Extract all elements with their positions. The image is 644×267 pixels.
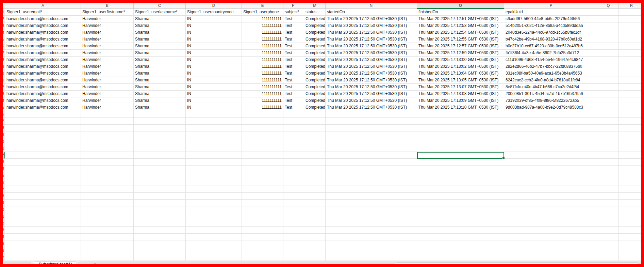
cell-C12[interactable]: Sharma xyxy=(134,84,186,91)
column-header-R[interactable]: R xyxy=(619,3,644,9)
cell-R20[interactable] xyxy=(619,138,644,145)
cell-O1[interactable]: finishedOn xyxy=(417,9,504,16)
row-header-8[interactable]: 8 xyxy=(0,57,5,63)
cell-C4[interactable]: Sharma xyxy=(134,29,186,36)
cell-B22[interactable] xyxy=(81,152,134,159)
row-header-6[interactable]: 6 xyxy=(0,43,5,50)
cell-E5[interactable]: 1111111111 xyxy=(242,36,283,43)
cell-E11[interactable]: 1111111111 xyxy=(242,77,283,84)
cell-A14[interactable]: harwinder.sharma@msbdocs.com xyxy=(5,97,81,104)
cell-B15[interactable]: Harwinder xyxy=(81,104,134,111)
cell-C13[interactable]: Sharma xyxy=(134,91,186,97)
cell-A36[interactable] xyxy=(5,247,81,254)
row-header-1[interactable]: 1 xyxy=(0,9,5,16)
cell-P35[interactable] xyxy=(504,240,598,247)
cell-E2[interactable]: 1111111111 xyxy=(242,16,283,22)
cell-A9[interactable]: harwinder.sharma@msbdocs.com xyxy=(5,63,81,70)
cell-P22[interactable] xyxy=(504,152,598,159)
cell-M33[interactable] xyxy=(304,227,326,234)
cell-P30[interactable] xyxy=(504,206,598,213)
cell-Q34[interactable] xyxy=(598,234,619,240)
cell-N9[interactable]: Thu Mar 20 2025 17:12:50 GMT+0530 (IST) xyxy=(326,63,417,70)
cell-E30[interactable] xyxy=(242,206,283,213)
cell-C28[interactable] xyxy=(134,193,186,200)
row-header-26[interactable]: 26 xyxy=(0,179,5,186)
cell-D21[interactable] xyxy=(186,145,242,152)
cell-F13[interactable]: Test xyxy=(283,91,303,97)
cell-C26[interactable] xyxy=(134,179,186,186)
row-header-24[interactable]: 24 xyxy=(0,166,5,172)
cell-B17[interactable] xyxy=(81,118,134,125)
row-header-28[interactable]: 28 xyxy=(0,193,5,200)
cell-N7[interactable]: Thu Mar 20 2025 17:12:50 GMT+0530 (IST) xyxy=(326,50,417,57)
cell-O14[interactable]: Thu Mar 20 2025 17:13:09 GMT+0530 (IST) xyxy=(417,97,504,104)
cell-M23[interactable] xyxy=(304,159,326,166)
cell-O27[interactable] xyxy=(417,186,504,193)
cell-M19[interactable] xyxy=(304,131,326,138)
row-header-11[interactable]: 11 xyxy=(0,77,5,84)
cell-R26[interactable] xyxy=(619,179,644,186)
row-header-4[interactable]: 4 xyxy=(0,29,5,36)
cell-O7[interactable]: Thu Mar 20 2025 17:12:59 GMT+0530 (IST) xyxy=(417,50,504,57)
cell-O34[interactable] xyxy=(417,234,504,240)
cell-N11[interactable]: Thu Mar 20 2025 17:12:50 GMT+0530 (IST) xyxy=(326,77,417,84)
cell-O4[interactable]: Thu Mar 20 2025 17:12:54 GMT+0530 (IST) xyxy=(417,29,504,36)
cell-B33[interactable] xyxy=(81,227,134,234)
cell-R11[interactable] xyxy=(619,77,644,84)
cell-E9[interactable]: 1111111111 xyxy=(242,63,283,70)
cell-M35[interactable] xyxy=(304,240,326,247)
cell-E14[interactable]: 1111111111 xyxy=(242,97,283,104)
column-header-B[interactable]: B xyxy=(81,3,134,9)
cell-F25[interactable] xyxy=(283,172,303,179)
cell-R32[interactable] xyxy=(619,220,644,227)
cell-P15[interactable]: 9d003bad-987a-4a08-b9e2-0d79c48583c3 xyxy=(504,104,598,111)
cell-A20[interactable] xyxy=(5,138,81,145)
row-header-22[interactable]: 22 xyxy=(0,152,5,159)
cell-M14[interactable]: Completed xyxy=(304,97,326,104)
cell-P13[interactable]: 200c0851-301c-45d4-ac1d-1b7b16b379a6 xyxy=(504,91,598,97)
cell-F26[interactable] xyxy=(283,179,303,186)
cell-C1[interactable]: Signer1_userlastname* xyxy=(134,9,186,16)
cell-C23[interactable] xyxy=(134,159,186,166)
cell-A13[interactable]: harwinder.sharma@msbdocs.com xyxy=(5,91,81,97)
cell-N34[interactable] xyxy=(326,234,417,240)
cell-F6[interactable]: Test xyxy=(283,43,303,50)
cell-N35[interactable] xyxy=(326,240,417,247)
cell-M32[interactable] xyxy=(304,220,326,227)
cell-E28[interactable] xyxy=(242,193,283,200)
cell-B18[interactable] xyxy=(81,125,134,131)
cell-A8[interactable]: harwinder.sharma@msbdocs.com xyxy=(5,57,81,63)
cell-E37[interactable] xyxy=(242,254,283,261)
cell-N28[interactable] xyxy=(326,193,417,200)
cell-M36[interactable] xyxy=(304,247,326,254)
cell-A12[interactable]: harwinder.sharma@msbdocs.com xyxy=(5,84,81,91)
cell-O18[interactable] xyxy=(417,125,504,131)
cell-M12[interactable]: Completed xyxy=(304,84,326,91)
cell-B32[interactable] xyxy=(81,220,134,227)
row-header-25[interactable]: 25 xyxy=(0,172,5,179)
cell-Q11[interactable] xyxy=(598,77,619,84)
cell-O12[interactable]: Thu Mar 20 2025 17:13:07 GMT+0530 (IST) xyxy=(417,84,504,91)
cell-P5[interactable]: b47c42be-49b4-4168-9328-47b0c60ef1d2 xyxy=(504,36,598,43)
cell-C10[interactable]: Sharma xyxy=(134,70,186,77)
cell-F14[interactable]: Test xyxy=(283,97,303,104)
cell-O11[interactable]: Thu Mar 20 2025 17:13:05 GMT+0530 (IST) xyxy=(417,77,504,84)
cell-R2[interactable] xyxy=(619,16,644,22)
cell-E1[interactable]: Signer1_userphone xyxy=(242,9,283,16)
row-header-17[interactable]: 17 xyxy=(0,118,5,125)
cell-E18[interactable] xyxy=(242,125,283,131)
cell-F11[interactable]: Test xyxy=(283,77,303,84)
cell-D15[interactable]: IN xyxy=(186,104,242,111)
cell-R30[interactable] xyxy=(619,206,644,213)
sheet-tab-active[interactable]: Submitted test(1) xyxy=(34,261,77,267)
cell-Q26[interactable] xyxy=(598,179,619,186)
cell-R17[interactable] xyxy=(619,118,644,125)
cell-N16[interactable] xyxy=(326,111,417,118)
cell-R12[interactable] xyxy=(619,84,644,91)
cell-F22[interactable] xyxy=(283,152,303,159)
cell-O23[interactable] xyxy=(417,159,504,166)
cell-D5[interactable]: IN xyxy=(186,36,242,43)
cell-B8[interactable]: Harwinder xyxy=(81,57,134,63)
cell-Q21[interactable] xyxy=(598,145,619,152)
cell-R6[interactable] xyxy=(619,43,644,50)
